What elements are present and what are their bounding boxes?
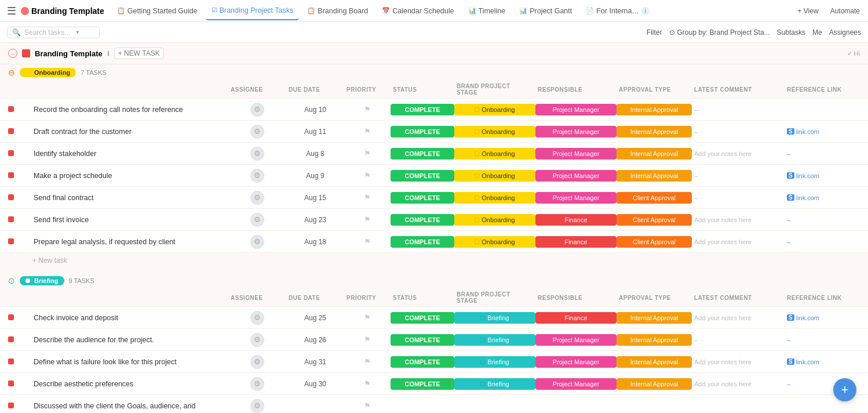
tab-internal[interactable]: 📄 For Interna… i <box>580 2 655 20</box>
task-stage[interactable]: Briefing <box>454 312 535 324</box>
task-assignee[interactable]: ⚙ <box>228 213 286 227</box>
fab-add-btn[interactable]: + <box>833 378 856 401</box>
task-responsible[interactable]: Project Manager <box>535 170 617 182</box>
task-approval[interactable]: Internal Approval <box>617 312 692 324</box>
tab-branding-board[interactable]: 📋 Branding Board <box>301 2 374 20</box>
tab-timeline[interactable]: 📊 Timeline <box>462 2 512 20</box>
briefing-collapse-icon[interactable]: ⊙ <box>8 276 15 285</box>
task-assignee[interactable]: ⚙ <box>228 191 286 205</box>
task-approval[interactable]: Client Approval <box>617 236 692 248</box>
task-responsible[interactable]: Project Manager <box>535 126 617 137</box>
task-status[interactable]: COMPLETE <box>391 356 454 368</box>
task-approval[interactable]: Client Approval <box>617 214 692 226</box>
task-checkbox[interactable] <box>8 335 31 344</box>
task-responsible[interactable]: Project Manager <box>535 356 617 368</box>
task-approval[interactable]: Internal Approval <box>617 356 692 368</box>
task-priority-flag[interactable]: ⚑ <box>344 357 391 366</box>
tab-calendar[interactable]: 📅 Calendar Schedule <box>376 2 459 20</box>
task-checkbox[interactable] <box>8 193 31 202</box>
task-priority-flag[interactable]: ⚑ <box>344 149 391 158</box>
task-priority-flag[interactable]: ⚑ <box>344 313 391 322</box>
onboarding-collapse-icon[interactable]: ⊖ <box>8 68 15 77</box>
task-name[interactable]: Define what is failure look like for thi… <box>31 358 228 366</box>
task-reference-link[interactable]: – <box>785 216 860 223</box>
task-name[interactable]: Prepare legal analysis, if requested by … <box>31 238 228 246</box>
task-status[interactable]: COMPLETE <box>391 378 454 390</box>
tab-getting-started[interactable]: 📋 Getting Started Guide <box>111 2 203 20</box>
task-name[interactable]: Send first invoice <box>31 216 228 224</box>
task-reference-link[interactable]: S link.com <box>785 358 860 365</box>
task-name[interactable]: Check invoice and deposit <box>31 314 228 322</box>
task-status[interactable]: COMPLETE <box>391 126 454 137</box>
task-responsible[interactable]: Project Manager <box>535 104 617 115</box>
task-status[interactable]: COMPLETE <box>391 214 454 226</box>
task-priority-flag[interactable]: ⚑ <box>344 401 391 410</box>
task-priority-flag[interactable]: ⚑ <box>344 215 391 224</box>
task-stage[interactable]: Briefing <box>454 334 535 346</box>
task-priority-flag[interactable]: ⚑ <box>344 171 391 180</box>
tab-gantt[interactable]: 📊 Project Gantt <box>513 2 578 20</box>
task-name[interactable]: Draft contract for the customer <box>31 128 228 136</box>
task-responsible[interactable]: Finance <box>535 214 617 226</box>
task-name[interactable]: Record the onboarding call notes for ref… <box>31 106 228 114</box>
task-stage[interactable]: Onboarding <box>454 192 535 204</box>
search-dropdown-icon[interactable]: ▾ <box>76 28 79 36</box>
task-approval[interactable]: Internal Approval <box>617 334 692 346</box>
task-priority-flag[interactable]: ⚑ <box>344 237 391 246</box>
task-priority-flag[interactable]: ⚑ <box>344 379 391 388</box>
task-checkbox[interactable] <box>8 237 31 246</box>
task-checkbox[interactable] <box>8 149 31 158</box>
task-approval[interactable]: Internal Approval <box>617 126 692 137</box>
task-reference-link[interactable]: – <box>785 336 860 343</box>
task-stage[interactable]: Onboarding <box>454 104 535 115</box>
section-collapse-btn[interactable]: – <box>8 49 17 58</box>
task-checkbox[interactable] <box>8 313 31 322</box>
task-status[interactable]: COMPLETE <box>391 334 454 346</box>
task-approval[interactable]: Internal Approval <box>617 378 692 390</box>
task-status[interactable]: COMPLETE <box>391 148 454 160</box>
task-assignee[interactable]: ⚙ <box>228 355 286 369</box>
task-priority-flag[interactable]: ⚑ <box>344 335 391 344</box>
task-status[interactable]: COMPLETE <box>391 236 454 248</box>
task-assignee[interactable]: ⚙ <box>228 103 286 117</box>
task-reference-link[interactable]: – <box>785 150 860 157</box>
task-assignee[interactable]: ⚙ <box>228 147 286 161</box>
task-stage[interactable]: Onboarding <box>454 170 535 182</box>
task-priority-flag[interactable]: ⚑ <box>344 105 391 114</box>
task-name[interactable]: Send final contract <box>31 194 228 202</box>
task-reference-link[interactable]: S link.com <box>785 314 860 321</box>
task-approval[interactable]: Client Approval <box>617 192 692 204</box>
section-hide-label[interactable]: ✓ Hi <box>847 50 860 57</box>
search-box[interactable]: 🔍 Search tasks... ▾ <box>7 27 100 38</box>
task-assignee[interactable]: ⚙ <box>228 377 286 391</box>
task-responsible[interactable]: Project Manager <box>535 192 617 204</box>
new-task-btn[interactable]: + NEW TASK <box>114 48 164 59</box>
group-btn[interactable]: ⊙ Group by: Brand Project Sta... <box>669 28 770 37</box>
menu-icon[interactable]: ☰ <box>5 2 19 20</box>
task-checkbox[interactable] <box>8 215 31 224</box>
task-responsible[interactable]: Finance <box>535 312 617 324</box>
task-status[interactable]: COMPLETE <box>391 104 454 115</box>
task-reference-link[interactable]: – <box>785 238 860 245</box>
task-status[interactable]: COMPLETE <box>391 312 454 324</box>
task-status[interactable]: COMPLETE <box>391 170 454 182</box>
task-name[interactable]: Discussed with the client the Goals, aud… <box>31 402 228 410</box>
task-checkbox[interactable] <box>8 171 31 180</box>
subtasks-btn[interactable]: Subtasks <box>777 28 805 37</box>
task-stage[interactable]: Onboarding <box>454 148 535 160</box>
filter-btn[interactable]: Filter <box>647 28 662 37</box>
automate-btn[interactable]: Automate <box>827 6 863 16</box>
task-assignee[interactable]: ⚙ <box>228 333 286 347</box>
task-responsible[interactable]: Project Manager <box>535 148 617 160</box>
onboarding-new-task[interactable]: + New task <box>0 253 868 268</box>
onboarding-badge[interactable]: Onboarding <box>20 68 76 77</box>
task-checkbox[interactable] <box>8 127 31 136</box>
tab-branding-tasks[interactable]: ☑ Branding Project Tasks <box>206 2 300 20</box>
task-approval[interactable]: Internal Approval <box>617 104 692 115</box>
task-stage[interactable]: Onboarding <box>454 126 535 137</box>
task-checkbox[interactable] <box>8 105 31 114</box>
task-assignee[interactable]: ⚙ <box>228 399 286 413</box>
task-name[interactable]: Make a project schedule <box>31 172 228 180</box>
task-checkbox[interactable] <box>8 401 31 410</box>
task-assignee[interactable]: ⚙ <box>228 235 286 249</box>
